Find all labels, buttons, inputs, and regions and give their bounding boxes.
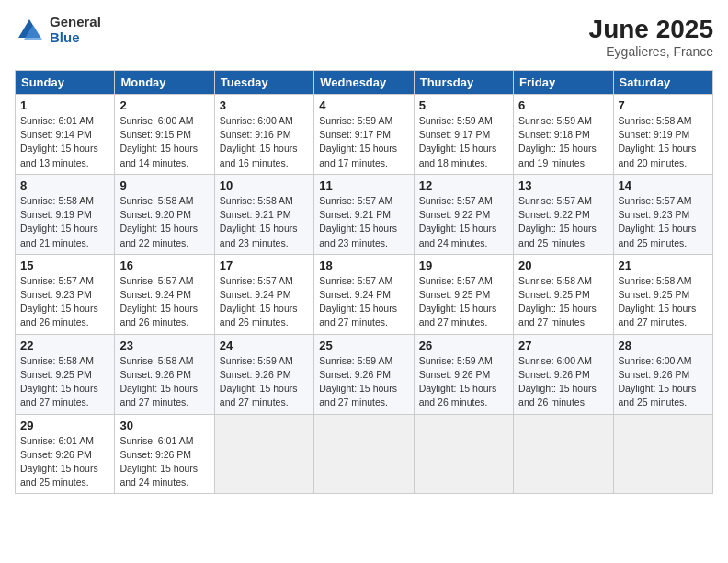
day-info: Sunrise: 6:00 AMSunset: 9:26 PMDaylight:…: [619, 354, 708, 410]
day-info: Sunrise: 5:58 AMSunset: 9:26 PMDaylight:…: [119, 354, 209, 410]
day-info: Sunrise: 5:58 AMSunset: 9:25 PMDaylight:…: [619, 274, 708, 330]
calendar-cell: 14Sunrise: 5:57 AMSunset: 9:23 PMDayligh…: [613, 174, 712, 254]
day-number: 22: [20, 339, 109, 352]
calendar-week-row: 8Sunrise: 5:58 AMSunset: 9:19 PMDaylight…: [16, 174, 713, 254]
day-info: Sunrise: 5:59 AMSunset: 9:26 PMDaylight:…: [419, 354, 508, 410]
calendar-cell: 8Sunrise: 5:58 AMSunset: 9:19 PMDaylight…: [16, 174, 115, 254]
calendar-table: SundayMondayTuesdayWednesdayThursdayFrid…: [15, 70, 713, 494]
day-info: Sunrise: 6:01 AMSunset: 9:26 PMDaylight:…: [119, 434, 209, 490]
day-number: 17: [220, 259, 309, 272]
day-number: 14: [619, 178, 708, 192]
calendar-cell: [414, 414, 513, 494]
day-number: 1: [20, 98, 109, 112]
day-info: Sunrise: 5:57 AMSunset: 9:22 PMDaylight:…: [518, 194, 608, 250]
calendar-header-thursday: Thursday: [414, 71, 513, 95]
calendar-cell: 2Sunrise: 6:00 AMSunset: 9:15 PMDaylight…: [115, 95, 214, 175]
calendar-cell: [613, 414, 712, 494]
calendar-header-row: SundayMondayTuesdayWednesdayThursdayFrid…: [16, 71, 713, 95]
calendar-cell: 7Sunrise: 5:58 AMSunset: 9:19 PMDaylight…: [613, 95, 712, 175]
logo: General Blue: [15, 15, 101, 45]
calendar-cell: 29Sunrise: 6:01 AMSunset: 9:26 PMDayligh…: [16, 414, 115, 494]
calendar-header-wednesday: Wednesday: [314, 71, 414, 95]
day-number: 19: [419, 259, 508, 272]
day-number: 11: [319, 178, 408, 192]
calendar-cell: 23Sunrise: 5:58 AMSunset: 9:26 PMDayligh…: [115, 334, 214, 414]
calendar-cell: 19Sunrise: 5:57 AMSunset: 9:25 PMDayligh…: [414, 254, 513, 334]
day-number: 13: [518, 178, 608, 192]
calendar-week-row: 15Sunrise: 5:57 AMSunset: 9:23 PMDayligh…: [16, 254, 713, 334]
calendar-cell: 18Sunrise: 5:57 AMSunset: 9:24 PMDayligh…: [314, 254, 414, 334]
calendar-week-row: 22Sunrise: 5:58 AMSunset: 9:25 PMDayligh…: [16, 334, 713, 414]
calendar-cell: 6Sunrise: 5:59 AMSunset: 9:18 PMDaylight…: [514, 95, 613, 175]
calendar-cell: [314, 414, 414, 494]
day-info: Sunrise: 6:00 AMSunset: 9:16 PMDaylight:…: [220, 114, 309, 170]
day-number: 25: [319, 339, 408, 352]
day-info: Sunrise: 5:57 AMSunset: 9:23 PMDaylight:…: [619, 194, 708, 250]
day-number: 9: [119, 178, 209, 192]
calendar-cell: 25Sunrise: 5:59 AMSunset: 9:26 PMDayligh…: [314, 334, 414, 414]
calendar-cell: [214, 414, 313, 494]
calendar-cell: 27Sunrise: 6:00 AMSunset: 9:26 PMDayligh…: [514, 334, 613, 414]
day-info: Sunrise: 6:00 AMSunset: 9:15 PMDaylight:…: [119, 114, 209, 170]
day-number: 23: [119, 339, 209, 352]
day-info: Sunrise: 5:57 AMSunset: 9:23 PMDaylight:…: [20, 274, 109, 330]
day-number: 18: [319, 259, 408, 272]
calendar-cell: 9Sunrise: 5:58 AMSunset: 9:20 PMDaylight…: [115, 174, 214, 254]
day-info: Sunrise: 5:59 AMSunset: 9:17 PMDaylight:…: [319, 114, 408, 170]
day-number: 21: [619, 259, 708, 272]
day-info: Sunrise: 5:59 AMSunset: 9:18 PMDaylight:…: [518, 114, 608, 170]
calendar-cell: 10Sunrise: 5:58 AMSunset: 9:21 PMDayligh…: [214, 174, 313, 254]
calendar-cell: 13Sunrise: 5:57 AMSunset: 9:22 PMDayligh…: [514, 174, 613, 254]
title-area: June 2025 Eygalieres, France: [589, 15, 713, 59]
calendar-cell: 22Sunrise: 5:58 AMSunset: 9:25 PMDayligh…: [16, 334, 115, 414]
day-number: 3: [220, 98, 309, 112]
day-number: 15: [20, 259, 109, 272]
logo-blue: Blue: [50, 30, 101, 46]
calendar-cell: 28Sunrise: 6:00 AMSunset: 9:26 PMDayligh…: [613, 334, 712, 414]
day-number: 5: [419, 98, 508, 112]
calendar-cell: 26Sunrise: 5:59 AMSunset: 9:26 PMDayligh…: [414, 334, 513, 414]
calendar-header-sunday: Sunday: [16, 71, 115, 95]
day-info: Sunrise: 5:57 AMSunset: 9:25 PMDaylight:…: [419, 274, 508, 330]
day-info: Sunrise: 5:57 AMSunset: 9:24 PMDaylight:…: [119, 274, 209, 330]
calendar-cell: 1Sunrise: 6:01 AMSunset: 9:14 PMDaylight…: [16, 95, 115, 175]
day-info: Sunrise: 5:57 AMSunset: 9:21 PMDaylight:…: [319, 194, 408, 250]
location-title: Eygalieres, France: [589, 44, 713, 59]
day-info: Sunrise: 5:58 AMSunset: 9:19 PMDaylight:…: [619, 114, 708, 170]
calendar-cell: 17Sunrise: 5:57 AMSunset: 9:24 PMDayligh…: [214, 254, 313, 334]
day-number: 27: [518, 339, 608, 352]
day-info: Sunrise: 5:59 AMSunset: 9:26 PMDaylight:…: [319, 354, 408, 410]
day-number: 20: [518, 259, 608, 272]
day-info: Sunrise: 5:59 AMSunset: 9:26 PMDaylight:…: [220, 354, 309, 410]
day-number: 10: [220, 178, 309, 192]
calendar-header-saturday: Saturday: [613, 71, 712, 95]
day-info: Sunrise: 5:57 AMSunset: 9:24 PMDaylight:…: [220, 274, 309, 330]
logo-general: General: [50, 15, 101, 30]
day-info: Sunrise: 6:00 AMSunset: 9:26 PMDaylight:…: [518, 354, 608, 410]
calendar-cell: 3Sunrise: 6:00 AMSunset: 9:16 PMDaylight…: [214, 95, 313, 175]
calendar-header-monday: Monday: [115, 71, 214, 95]
day-info: Sunrise: 5:58 AMSunset: 9:20 PMDaylight:…: [119, 194, 209, 250]
day-info: Sunrise: 6:01 AMSunset: 9:14 PMDaylight:…: [20, 114, 109, 170]
logo-icon: [15, 17, 44, 43]
day-info: Sunrise: 5:57 AMSunset: 9:22 PMDaylight:…: [419, 194, 508, 250]
calendar-cell: 12Sunrise: 5:57 AMSunset: 9:22 PMDayligh…: [414, 174, 513, 254]
calendar-header-tuesday: Tuesday: [214, 71, 313, 95]
calendar-cell: 4Sunrise: 5:59 AMSunset: 9:17 PMDaylight…: [314, 95, 414, 175]
day-info: Sunrise: 5:58 AMSunset: 9:25 PMDaylight:…: [518, 274, 608, 330]
calendar-cell: [514, 414, 613, 494]
calendar-cell: 15Sunrise: 5:57 AMSunset: 9:23 PMDayligh…: [16, 254, 115, 334]
calendar-cell: 30Sunrise: 6:01 AMSunset: 9:26 PMDayligh…: [115, 414, 214, 494]
day-number: 7: [619, 98, 708, 112]
page-header: General Blue June 2025 Eygalieres, Franc…: [15, 15, 713, 59]
day-info: Sunrise: 6:01 AMSunset: 9:26 PMDaylight:…: [20, 434, 109, 490]
day-number: 6: [518, 98, 608, 112]
day-number: 29: [20, 419, 109, 432]
day-info: Sunrise: 5:59 AMSunset: 9:17 PMDaylight:…: [419, 114, 508, 170]
day-info: Sunrise: 5:58 AMSunset: 9:25 PMDaylight:…: [20, 354, 109, 410]
calendar-week-row: 29Sunrise: 6:01 AMSunset: 9:26 PMDayligh…: [16, 414, 713, 494]
calendar-cell: 20Sunrise: 5:58 AMSunset: 9:25 PMDayligh…: [514, 254, 613, 334]
day-info: Sunrise: 5:58 AMSunset: 9:21 PMDaylight:…: [220, 194, 309, 250]
calendar-cell: 5Sunrise: 5:59 AMSunset: 9:17 PMDaylight…: [414, 95, 513, 175]
day-info: Sunrise: 5:57 AMSunset: 9:24 PMDaylight:…: [319, 274, 408, 330]
